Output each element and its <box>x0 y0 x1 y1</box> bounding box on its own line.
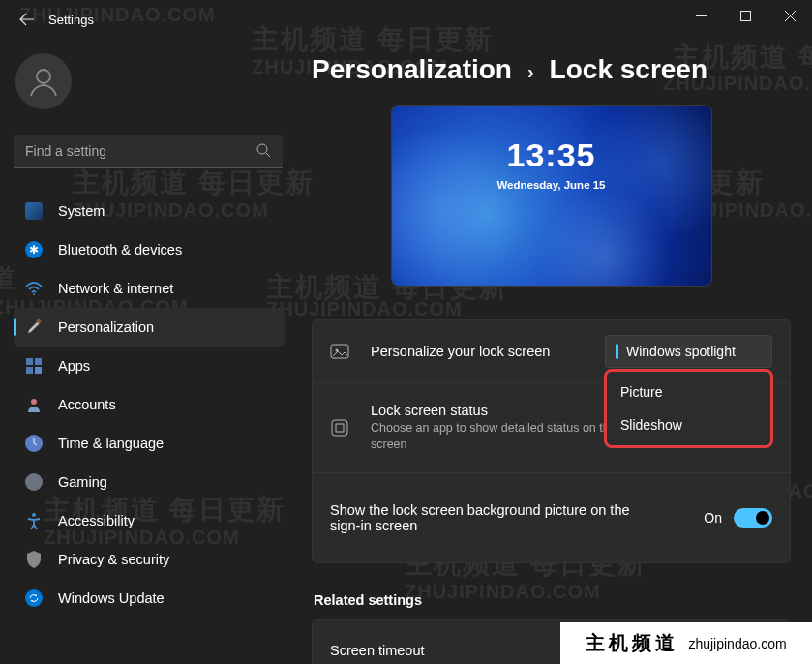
breadcrumb: Personalization › Lock screen <box>312 54 791 85</box>
corner-watermark: 主机频道 zhujipindao.com <box>560 622 812 664</box>
svg-rect-7 <box>26 367 33 374</box>
search-field[interactable] <box>14 142 283 160</box>
svg-rect-13 <box>332 420 347 436</box>
nav-network[interactable]: Network & internet <box>14 269 285 308</box>
svg-rect-0 <box>740 11 750 20</box>
maximize-button[interactable] <box>723 0 767 31</box>
main-content: Personalization › Lock screen 13:35 Wedn… <box>312 54 791 664</box>
close-icon <box>785 11 796 21</box>
svg-point-3 <box>33 293 35 295</box>
nav-time-language[interactable]: Time & language <box>14 424 285 463</box>
nav-label: Bluetooth & devices <box>58 242 182 257</box>
toggle-label: On <box>704 510 722 526</box>
svg-rect-6 <box>35 358 42 365</box>
row-title: Show the lock screen background picture … <box>330 502 649 533</box>
shield-icon <box>25 551 43 568</box>
breadcrumb-parent[interactable]: Personalization <box>312 54 512 85</box>
back-button[interactable] <box>17 10 37 29</box>
arrow-left-icon <box>19 12 35 27</box>
preview-date: Wednesday, June 15 <box>392 179 711 191</box>
minimize-icon <box>696 11 707 21</box>
search-icon <box>256 143 271 158</box>
personalize-row[interactable]: Personalize your lock screen Windows spo… <box>313 320 790 382</box>
svg-point-1 <box>37 70 50 83</box>
nav-gaming[interactable]: Gaming <box>14 463 285 501</box>
related-settings-heading: Related settings <box>314 592 791 608</box>
lock-screen-settings-card: Personalize your lock screen Windows spo… <box>312 319 791 563</box>
row-title: Personalize your lock screen <box>371 344 605 359</box>
breadcrumb-separator: › <box>527 61 534 83</box>
nav-label: Time & language <box>58 436 164 451</box>
nav-accounts[interactable]: Accounts <box>14 385 285 424</box>
dropdown-option-slideshow[interactable]: Slideshow <box>607 408 770 441</box>
signin-picture-row: Show the lock screen background picture … <box>313 472 790 562</box>
user-avatar[interactable] <box>15 53 72 109</box>
nav-bluetooth[interactable]: ✱Bluetooth & devices <box>14 230 285 269</box>
clock-icon <box>25 435 43 452</box>
link-label: Screen timeout <box>330 643 425 658</box>
app-icon <box>330 418 349 438</box>
wifi-icon <box>25 280 43 297</box>
accessibility-icon <box>25 512 43 529</box>
lock-screen-preview: 13:35 Wednesday, June 15 <box>391 105 712 287</box>
dropdown-popup: Picture Slideshow <box>604 369 773 448</box>
nav-apps[interactable]: Apps <box>14 347 285 385</box>
nav-label: System <box>58 203 105 219</box>
search-input[interactable] <box>14 135 283 168</box>
sidebar: System ✱Bluetooth & devices Network & in… <box>14 53 285 618</box>
nav-label: Apps <box>58 358 90 374</box>
bluetooth-icon: ✱ <box>25 241 43 258</box>
nav-privacy[interactable]: Privacy & security <box>14 540 285 579</box>
update-icon <box>25 589 43 607</box>
personalize-dropdown[interactable]: Windows spotlight Picture Slideshow <box>605 335 772 368</box>
nav-windows-update[interactable]: Windows Update <box>14 579 285 618</box>
svg-point-10 <box>32 513 36 517</box>
nav-system[interactable]: System <box>14 192 285 230</box>
dropdown-value: Windows spotlight <box>626 344 736 359</box>
preview-time: 13:35 <box>392 136 711 174</box>
svg-point-2 <box>257 144 267 154</box>
signin-picture-toggle[interactable] <box>734 508 772 528</box>
apps-icon <box>25 357 43 375</box>
nav-personalization[interactable]: Personalization <box>14 308 285 347</box>
svg-rect-8 <box>35 367 42 374</box>
nav-label: Accessibility <box>58 513 135 528</box>
account-icon <box>25 396 43 413</box>
nav-label: Network & internet <box>58 281 173 296</box>
display-icon <box>25 202 43 220</box>
breadcrumb-current: Lock screen <box>550 54 707 85</box>
maximize-icon <box>740 11 751 21</box>
nav-accessibility[interactable]: Accessibility <box>14 501 285 540</box>
person-icon <box>27 65 60 98</box>
nav-label: Privacy & security <box>58 552 169 567</box>
gamepad-icon <box>25 473 43 491</box>
close-button[interactable] <box>767 0 812 31</box>
nav-label: Accounts <box>58 397 116 412</box>
nav-label: Gaming <box>58 474 107 490</box>
corner-en: zhujipindao.com <box>688 636 786 651</box>
nav-label: Windows Update <box>58 590 165 606</box>
paintbrush-icon <box>25 318 43 336</box>
picture-icon <box>330 342 349 361</box>
svg-rect-5 <box>26 358 33 365</box>
dropdown-option-picture[interactable]: Picture <box>607 376 770 408</box>
titlebar: Settings <box>0 0 812 39</box>
svg-point-9 <box>31 399 37 405</box>
nav-label: Personalization <box>58 319 154 335</box>
corner-cn: 主机频道 <box>586 630 678 656</box>
minimize-button[interactable] <box>678 0 723 31</box>
window-title: Settings <box>48 13 94 27</box>
svg-rect-14 <box>336 424 344 432</box>
